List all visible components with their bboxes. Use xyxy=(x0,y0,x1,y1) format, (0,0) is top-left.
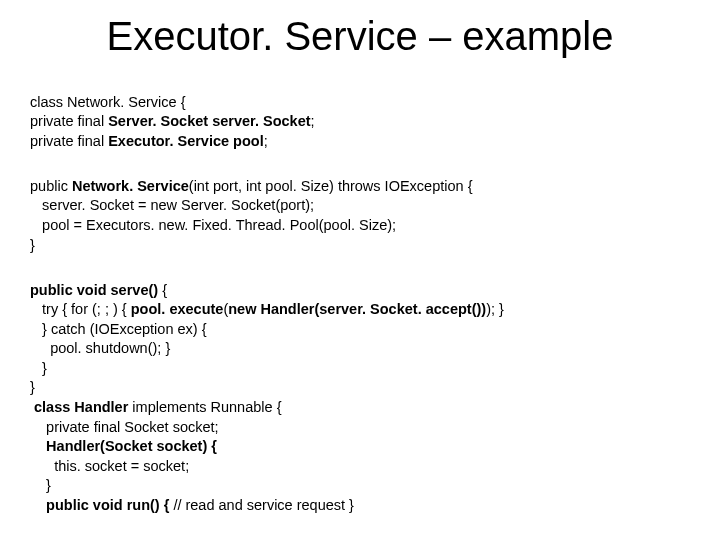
code-bold: pool. execute xyxy=(131,301,224,317)
code-block: class Network. Service { private final S… xyxy=(30,73,690,540)
code-bold: class Handler xyxy=(30,399,132,415)
code-line: // read and service request } xyxy=(173,497,354,513)
code-section-serve: public void serve() { try { for (; ; ) {… xyxy=(30,281,690,516)
slide: Executor. Service – example class Networ… xyxy=(0,0,720,540)
code-line: { xyxy=(158,282,167,298)
code-bold: Server. Socket server. Socket xyxy=(108,113,310,129)
code-line: ; xyxy=(264,133,268,149)
code-line: } xyxy=(30,360,47,376)
code-bold: public void serve() xyxy=(30,282,158,298)
code-bold: Network. Service xyxy=(72,178,189,194)
code-line: implements Runnable { xyxy=(132,399,281,415)
code-line: } xyxy=(30,477,51,493)
code-line: pool. shutdown(); } xyxy=(30,340,170,356)
code-line: } catch (IOException ex) { xyxy=(30,321,207,337)
code-line: private final Socket socket; xyxy=(30,419,219,435)
code-bold: Handler(Socket socket) { xyxy=(30,438,217,454)
code-line: server. Socket = new Server. Socket(port… xyxy=(30,197,314,213)
code-bold: Executor. Service pool xyxy=(108,133,264,149)
slide-title: Executor. Service – example xyxy=(30,14,690,59)
code-line: private final xyxy=(30,113,108,129)
code-line: try { for (; ; ) { xyxy=(30,301,131,317)
code-line: public xyxy=(30,178,72,194)
code-line: pool = Executors. new. Fixed. Thread. Po… xyxy=(30,217,396,233)
code-section-decl: class Network. Service { private final S… xyxy=(30,93,690,152)
code-line: class Network. Service { xyxy=(30,94,186,110)
code-line: (int port, int pool. Size) throws IOExce… xyxy=(189,178,473,194)
code-section-ctor: public Network. Service(int port, int po… xyxy=(30,177,690,255)
code-bold: public void run() { xyxy=(30,497,173,513)
code-line: } xyxy=(30,379,35,395)
code-line: } xyxy=(30,237,35,253)
code-line: ; xyxy=(311,113,315,129)
code-line: this. socket = socket; xyxy=(30,458,189,474)
code-line: private final xyxy=(30,133,108,149)
code-bold: new Handler(server. Socket. accept()) xyxy=(228,301,486,317)
code-line: ); } xyxy=(486,301,504,317)
